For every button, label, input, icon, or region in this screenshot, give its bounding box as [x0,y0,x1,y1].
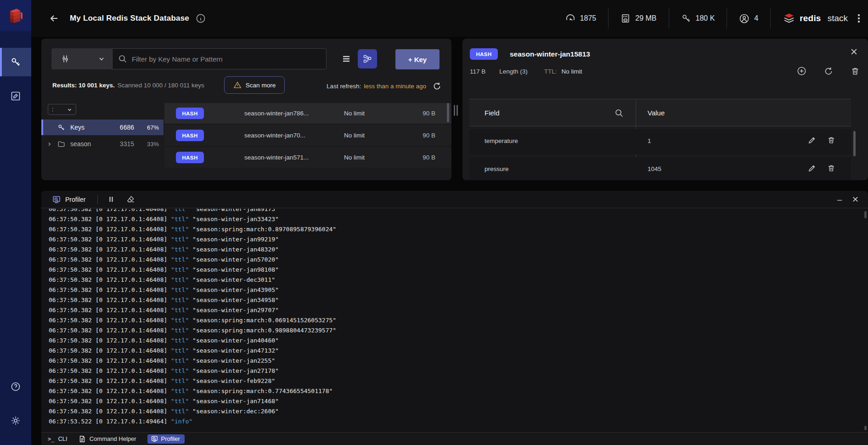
refresh-icon[interactable] [433,82,441,91]
ttl-value[interactable]: No limit [562,68,582,75]
field-row[interactable]: temperature 1 [469,129,851,154]
key-size: 117 B [470,68,485,75]
kebab-menu[interactable] [856,12,862,24]
stat-commands-value: 1875 [580,14,597,23]
redisinsight-app: My Local Redis Stack Database 1875 [0,0,868,445]
delete-field-button[interactable] [827,136,835,144]
memory-icon [620,13,631,23]
add-key-button[interactable]: + Key [395,49,440,69]
selected-key-name[interactable]: season-winter-jan15813 [510,50,590,58]
top-header: My Local Redis Stack Database 1875 [31,0,868,37]
tree-node-percent: 33% [140,141,159,148]
panel-resize-handle[interactable] [454,105,459,116]
trash-icon [827,164,835,172]
log-scrollbar[interactable] [864,426,867,430]
log-line: 06:37:50.382 [0 172.17.0.1:46408] "ttl" … [49,214,863,224]
key-name: season-winter-jan571... [244,154,309,161]
sidebar-item-settings[interactable] [0,407,31,434]
log-scrollbar[interactable] [864,211,867,218]
tree-node-count: 3315 [120,140,134,148]
delete-field-button[interactable] [827,164,835,172]
stack-layers-icon [783,12,795,25]
scan-more-button[interactable]: Scan more [224,76,285,94]
key-icon [10,57,21,68]
type-badge: HASH [176,108,204,119]
delimiter-dropdown[interactable]: : [48,104,76,115]
results-scanned: Scanned 10 000 / 180 011 keys [118,82,204,89]
log-line: 06:37:50.382 [0 172.17.0.1:46408] "ttl" … [49,366,863,376]
key-row[interactable]: HASH season-winter-jan786... No limit 90… [164,103,451,124]
stat-clients: 4 [727,13,770,24]
field-value: 1 [648,137,651,144]
table-scrollbar[interactable] [853,131,856,156]
refresh-key-button[interactable] [824,67,833,76]
sidebar [0,0,31,445]
profiler-log[interactable]: 06:37:50.382 [0 172.17.0.1:46408] "ttl" … [41,209,863,432]
delete-key-button[interactable] [851,67,860,76]
key-name: season-winter-jan786... [244,110,309,117]
minimize-profiler-button[interactable]: – [837,197,842,202]
clear-profiler-button[interactable] [126,195,135,204]
profiler-tab[interactable]: Profiler [147,434,185,444]
terminal-icon: >_ [48,436,54,442]
redis-stack-logo: redisstack [771,12,856,25]
document-icon [79,435,86,443]
log-line: 06:37:50.382 [0 172.17.0.1:46408] "ttl" … [49,305,863,315]
scan-more-label: Scan more [246,82,276,89]
field-value-table: Field Value temperature 1 [469,99,857,180]
log-line: 06:37:50.382 [0 172.17.0.1:46408] "ttl" … [49,356,863,366]
key-row[interactable]: HASH season-winter-jan70... No limit 90 … [164,125,451,146]
back-button[interactable] [49,13,60,24]
user-icon [739,13,750,24]
tree-node-season[interactable]: season 3315 33% [41,136,163,152]
filter-sliders-icon [61,54,70,63]
pencil-icon [808,136,816,144]
list-view-icon [342,54,351,63]
redis-logo[interactable] [0,0,31,31]
arrow-left-icon [49,13,60,24]
tree-view-icon [363,54,372,63]
log-line: 06:37:50.382 [0 172.17.0.1:46408] "ttl" … [49,315,863,325]
log-line: 06:37:53.522 [0 172.17.0.1:49464] "info" [49,416,863,427]
add-field-button[interactable] [797,66,806,76]
profiler-header: Profiler – [41,191,868,208]
filter-type-dropdown[interactable] [51,48,112,69]
sidebar-item-help[interactable] [0,373,31,400]
sidebar-item-browser[interactable] [0,48,31,76]
last-refresh-label: Last refresh: [327,83,361,90]
log-line: 06:37:50.382 [0 172.17.0.1:46408] "ttl" … [49,285,863,295]
pause-profiler-button[interactable] [108,196,114,203]
tree-node-keys[interactable]: Keys 6686 67% [41,120,163,135]
eraser-icon [126,195,135,204]
key-ttl: No limit [344,110,365,117]
tree-node-label: season [70,140,91,148]
cli-tab[interactable]: >_ CLI [48,435,68,442]
delimiter-value: : [52,106,53,113]
warning-icon [233,81,242,89]
info-icon[interactable] [196,13,206,23]
key-meta: 117 B Length (3) TTL: No limit [470,68,582,75]
sidebar-item-workbench[interactable] [0,83,31,109]
gauge-icon [565,13,575,23]
field-row[interactable]: pressure 1045 [469,157,851,180]
close-icon [852,196,859,203]
gear-icon [10,415,21,426]
field-name: temperature [485,137,518,144]
key-row[interactable]: HASH season-winter-jan571... No limit 90… [164,147,451,168]
key-ttl: No limit [344,132,365,139]
edit-field-button[interactable] [808,164,816,172]
close-profiler-button[interactable] [852,196,859,203]
key-list-scrollbar[interactable] [447,103,449,122]
list-view-button[interactable] [338,50,355,68]
field-search-icon[interactable] [614,108,624,118]
key-filter-input[interactable] [132,55,321,63]
log-line: 06:37:50.382 [0 172.17.0.1:46408] "ttl" … [49,265,863,275]
stat-total-keys-value: 180 K [696,14,715,23]
close-details-button[interactable] [850,48,858,56]
field-column-header: Field [485,109,500,117]
key-details-panel: HASH season-winter-jan15813 117 B Length… [462,39,868,180]
log-line: 06:37:50.382 [0 172.17.0.1:46408] "ttl" … [49,376,863,386]
command-helper-tab[interactable]: Command Helper [79,435,136,443]
tree-view-button[interactable] [358,49,377,68]
edit-field-button[interactable] [808,136,816,144]
